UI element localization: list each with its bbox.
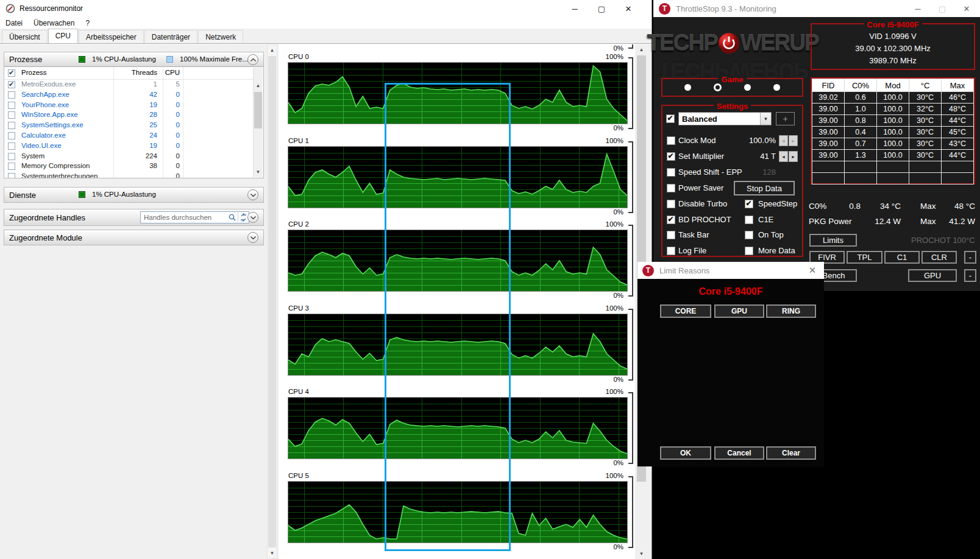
process-checkbox[interactable] xyxy=(8,142,15,150)
profile-checkbox[interactable] xyxy=(666,114,675,123)
game-radio-3[interactable] xyxy=(773,84,780,91)
process-checkbox[interactable] xyxy=(8,132,15,139)
tab-cpu[interactable]: CPU xyxy=(48,29,78,43)
col-prozess[interactable]: Prozess xyxy=(21,69,47,76)
module-panel-header[interactable]: Zugeordnete Module xyxy=(4,230,263,245)
game-radio-2[interactable] xyxy=(744,84,751,91)
c1-button[interactable]: C1 xyxy=(884,251,920,264)
graph-scroll-down-arrow[interactable]: ▼ xyxy=(636,549,647,559)
module-expand-button[interactable] xyxy=(247,232,258,243)
pair-left-checkbox[interactable] xyxy=(667,231,675,239)
resmon-close-button[interactable]: ✕ xyxy=(615,0,642,17)
pair-left-checkbox[interactable] xyxy=(667,247,675,255)
clear-button[interactable]: Clear xyxy=(766,446,816,460)
process-checkbox[interactable] xyxy=(8,122,15,129)
setting-checkbox[interactable] xyxy=(667,168,675,177)
pair-left-checkbox[interactable] xyxy=(667,200,675,208)
left-pane-scrollbar[interactable]: ▲ ▼ xyxy=(267,44,277,559)
handles-search-input[interactable]: Handles durchsuchen xyxy=(144,214,228,221)
menu-item-2[interactable]: ? xyxy=(85,19,90,27)
process-list-scrollbar[interactable]: ▲ ▼ xyxy=(253,68,263,177)
process-checkbox[interactable] xyxy=(8,102,15,109)
clr-button[interactable]: CLR xyxy=(921,251,957,264)
process-checkbox[interactable] xyxy=(8,153,15,160)
process-row[interactable]: Memory Compression380 xyxy=(4,161,263,172)
limits-button[interactable]: Limits xyxy=(809,234,857,247)
search-icon[interactable] xyxy=(228,213,236,222)
select-all-checkbox[interactable] xyxy=(8,69,15,77)
process-row[interactable]: Systemunterbrechungen0 xyxy=(4,172,263,178)
combo-dropdown-arrow[interactable]: ▼ xyxy=(760,113,771,125)
cancel-button[interactable]: Cancel xyxy=(714,446,764,460)
process-row[interactable]: Video.UI.exe190 xyxy=(4,141,263,152)
game-radio-1[interactable] xyxy=(714,83,722,91)
tab-netzwerk[interactable]: Netzwerk xyxy=(198,30,243,43)
profile-combobox[interactable]: Balanced ▼ xyxy=(678,112,772,125)
tpl-button[interactable]: TPL xyxy=(847,251,882,264)
col-cpu[interactable]: CPU xyxy=(155,69,180,76)
process-checkbox[interactable] xyxy=(8,91,15,99)
process-row[interactable]: SearchApp.exe420 xyxy=(4,90,263,100)
setting-checkbox[interactable] xyxy=(667,152,675,161)
pair-right-checkbox[interactable] xyxy=(745,216,753,224)
refresh-search-icon[interactable] xyxy=(240,213,247,222)
menu-item-0[interactable]: Datei xyxy=(5,19,23,27)
pair-right-checkbox[interactable] xyxy=(745,200,753,208)
minus-button-2[interactable]: - xyxy=(964,269,976,282)
process-row[interactable]: SystemSettings.exe250 xyxy=(4,121,263,131)
spin-right-button[interactable]: ► xyxy=(789,135,798,146)
spin-right-button[interactable]: ► xyxy=(789,151,798,162)
limit-reasons-close-button[interactable]: ✕ xyxy=(806,264,819,276)
col-threads[interactable]: Threads xyxy=(117,69,157,76)
resmon-maximize-button[interactable]: ▢ xyxy=(588,0,615,17)
dienste-expand-button[interactable] xyxy=(247,189,258,200)
process-row[interactable]: System2240 xyxy=(4,152,263,162)
gpu-button[interactable]: GPU xyxy=(908,269,957,282)
ts-close-button[interactable]: ✕ xyxy=(954,0,979,17)
process-row[interactable]: WinStore.App.exe280 xyxy=(4,110,263,121)
add-profile-button[interactable]: + xyxy=(776,112,795,125)
scroll-down-arrow[interactable]: ▼ xyxy=(254,167,263,177)
graph-scroll-up-arrow[interactable]: ▲ xyxy=(636,44,647,55)
left-scroll-up-arrow[interactable]: ▲ xyxy=(268,45,277,55)
setting-checkbox[interactable] xyxy=(667,136,675,145)
left-scrollbar-thumb[interactable] xyxy=(268,56,276,547)
prozesse-panel-header[interactable]: Prozesse 1% CPU-Auslastung 100% Maximale… xyxy=(4,52,263,67)
process-name: Memory Compression xyxy=(21,162,90,169)
minus-button-1[interactable]: - xyxy=(964,251,976,264)
ts-minimize-button[interactable]: ─ xyxy=(906,0,930,17)
process-row[interactable]: YourPhone.exe190 xyxy=(4,100,263,111)
gpu-domain-button[interactable]: GPU xyxy=(714,304,764,318)
spin-left-button[interactable]: ◄ xyxy=(779,151,788,162)
process-row[interactable]: MetroExodus.exe15 xyxy=(4,80,263,90)
tab-arbeitsspeicher[interactable]: Arbeitsspeicher xyxy=(79,30,144,43)
setting-checkbox[interactable] xyxy=(667,184,675,192)
spin-left-button[interactable]: ◄ xyxy=(779,135,788,146)
ts-maximize-button[interactable]: ▢ xyxy=(930,0,954,17)
pair-left-checkbox[interactable] xyxy=(667,216,675,224)
scrollbar-thumb[interactable] xyxy=(254,92,262,128)
process-checkbox[interactable] xyxy=(8,81,15,88)
resmon-minimize-button[interactable]: ─ xyxy=(561,0,588,17)
handles-panel-header[interactable]: Zugeordnete Handles Handles durchsuchen xyxy=(4,209,263,225)
process-checkbox[interactable] xyxy=(8,111,15,119)
dienste-panel-header[interactable]: Dienste 1% CPU-Auslastung xyxy=(4,188,263,202)
prozesse-collapse-button[interactable] xyxy=(247,54,258,65)
ring-domain-button[interactable]: RING xyxy=(766,304,816,318)
process-checkbox[interactable] xyxy=(8,163,15,170)
menu-item-1[interactable]: Überwachen xyxy=(34,19,74,27)
scroll-up-arrow[interactable]: ▲ xyxy=(254,80,263,91)
tab-datenträger[interactable]: Datenträger xyxy=(144,30,197,43)
game-radio-0[interactable] xyxy=(684,84,691,91)
left-scroll-down-arrow[interactable]: ▼ xyxy=(268,548,277,558)
pair-right-checkbox[interactable] xyxy=(745,247,753,255)
ok-button[interactable]: OK xyxy=(660,446,711,460)
process-checkbox[interactable] xyxy=(8,173,15,178)
stop-data-button[interactable]: Stop Data xyxy=(734,181,795,195)
handles-expand-button[interactable] xyxy=(247,212,258,223)
handles-search-box[interactable]: Handles durchsuchen xyxy=(140,211,249,223)
process-row[interactable]: Calculator.exe240 xyxy=(4,131,263,141)
tab-übersicht[interactable]: Übersicht xyxy=(2,30,48,43)
pair-right-checkbox[interactable] xyxy=(745,231,753,239)
core-domain-button[interactable]: CORE xyxy=(660,304,711,318)
